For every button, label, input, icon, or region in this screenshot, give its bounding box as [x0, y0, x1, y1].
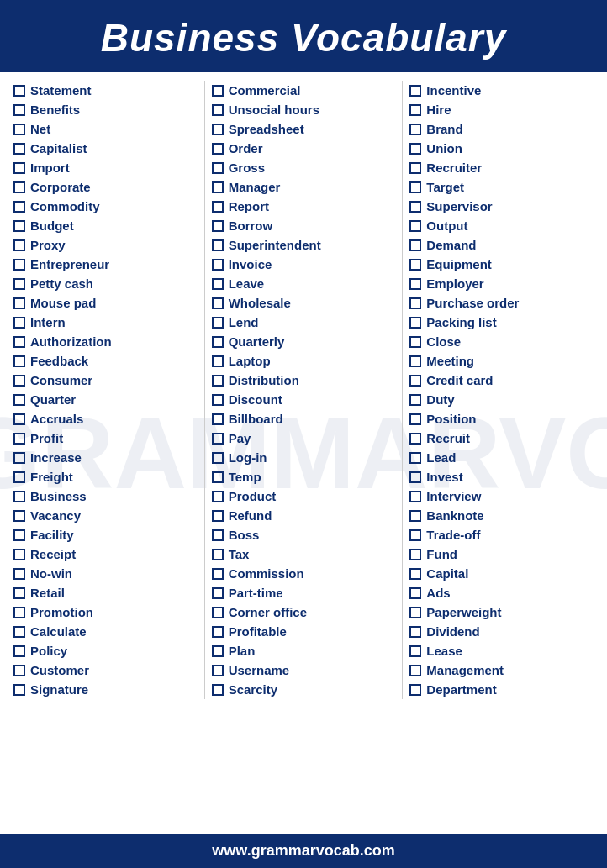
vocab-word: Report: [229, 199, 269, 213]
list-item: Recruit: [403, 429, 600, 448]
vocab-word: Pay: [229, 431, 251, 445]
checkbox-icon: [409, 684, 421, 696]
list-item: Equipment: [403, 255, 600, 274]
list-item: Interview: [403, 487, 600, 506]
list-item: Scarcity: [205, 680, 403, 699]
vocab-word: Management: [426, 663, 504, 677]
list-item: Tax: [205, 544, 403, 564]
list-item: Signature: [7, 680, 204, 699]
list-item: Superintendent: [205, 235, 403, 255]
vocab-word: Policy: [30, 644, 67, 658]
list-item: Billboard: [205, 409, 403, 429]
checkbox-icon: [13, 413, 25, 425]
vocab-word: Profitable: [229, 624, 287, 639]
vocab-word: Incentive: [426, 83, 481, 97]
vocab-word: Laptop: [229, 354, 271, 368]
checkbox-icon: [13, 452, 25, 464]
checkbox-icon: [212, 336, 224, 348]
list-item: Department: [403, 680, 600, 699]
checkbox-icon: [409, 645, 421, 657]
checkbox-icon: [212, 124, 224, 135]
list-item: Facility: [7, 525, 204, 544]
checkbox-icon: [13, 607, 25, 618]
list-item: Ads: [403, 583, 600, 602]
list-item: Meeting: [403, 351, 600, 371]
list-item: Freight: [7, 467, 204, 487]
checkbox-icon: [13, 684, 25, 696]
list-item: Supervisor: [403, 197, 600, 216]
list-item: Import: [7, 158, 204, 177]
list-item: Leave: [205, 274, 403, 293]
checkbox-icon: [212, 529, 224, 541]
vocab-word: Corner office: [229, 605, 307, 619]
checkbox-icon: [13, 587, 25, 599]
checkbox-icon: [212, 684, 224, 696]
checkbox-icon: [409, 491, 421, 502]
vocab-word: Target: [426, 180, 464, 194]
page-title: Business Vocabulary: [17, 15, 590, 60]
vocab-word: Product: [229, 489, 277, 503]
vocab-word: No-win: [30, 566, 72, 581]
list-item: Pay: [205, 429, 403, 448]
list-item: Position: [403, 409, 600, 429]
checkbox-icon: [212, 433, 224, 445]
list-item: Close: [403, 332, 600, 351]
vocab-word: Promotion: [30, 605, 93, 619]
checkbox-icon: [13, 549, 25, 560]
vocab-word: Benefits: [30, 103, 80, 117]
checkbox-icon: [409, 239, 421, 251]
vocab-word: Quarter: [30, 392, 76, 407]
vocab-word: Output: [426, 218, 467, 233]
checkbox-icon: [212, 297, 224, 309]
list-item: Boss: [205, 525, 403, 544]
list-item: Product: [205, 487, 403, 506]
vocab-word: Entrepreneur: [30, 257, 109, 271]
vocab-word: Ads: [426, 586, 450, 600]
vocab-columns: StatementBenefitsNetCapitalistImportCorp…: [7, 81, 600, 699]
list-item: Invest: [403, 467, 600, 487]
vocab-word: Consumer: [30, 373, 92, 387]
vocab-word: Borrow: [229, 218, 273, 233]
checkbox-icon: [13, 510, 25, 522]
list-item: Customer: [7, 660, 204, 680]
footer: www.grammarvocab.com: [0, 834, 607, 868]
checkbox-icon: [13, 568, 25, 580]
list-item: Net: [7, 119, 204, 139]
vocab-word: Username: [229, 663, 290, 677]
checkbox-icon: [13, 297, 25, 309]
list-item: Dividend: [403, 622, 600, 641]
checkbox-icon: [409, 259, 421, 271]
list-item: Quarter: [7, 390, 204, 409]
checkbox-icon: [212, 278, 224, 290]
checkbox-icon: [13, 491, 25, 502]
checkbox-icon: [212, 355, 224, 367]
list-item: Log-in: [205, 448, 403, 467]
list-item: Management: [403, 660, 600, 680]
checkbox-icon: [13, 143, 25, 155]
checkbox-icon: [13, 201, 25, 213]
header: Business Vocabulary: [0, 0, 607, 72]
list-item: Gross: [205, 158, 403, 177]
list-item: Manager: [205, 177, 403, 197]
vocab-word: Credit card: [426, 373, 493, 387]
checkbox-icon: [13, 124, 25, 135]
checkbox-icon: [409, 607, 421, 618]
checkbox-icon: [409, 355, 421, 367]
vocab-word: Proxy: [30, 238, 66, 252]
checkbox-icon: [409, 433, 421, 445]
checkbox-icon: [409, 375, 421, 387]
vocab-word: Log-in: [229, 450, 267, 465]
vocab-word: Fund: [426, 547, 457, 561]
checkbox-icon: [409, 549, 421, 560]
checkbox-icon: [212, 85, 224, 97]
checkbox-icon: [212, 143, 224, 155]
checkbox-icon: [13, 85, 25, 97]
checkbox-icon: [212, 162, 224, 174]
vocab-word: Gross: [229, 160, 265, 175]
vocab-word: Retail: [30, 586, 65, 600]
list-item: Incentive: [403, 81, 600, 100]
vocab-word: Department: [426, 682, 496, 697]
checkbox-icon: [13, 375, 25, 387]
list-item: Purchase order: [403, 293, 600, 313]
vocab-word: Intern: [30, 315, 66, 329]
